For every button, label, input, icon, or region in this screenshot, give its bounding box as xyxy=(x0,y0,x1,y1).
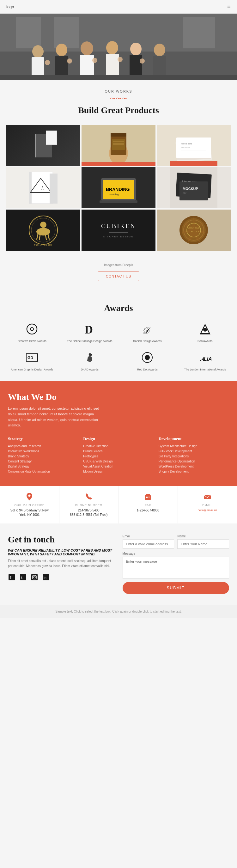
office-label: OUR MAIN OFFICE xyxy=(5,503,54,507)
design-item-6[interactable]: Motion Design xyxy=(83,470,154,473)
facebook-icon[interactable]: f xyxy=(8,574,15,581)
contact-card-email: EMAIL hello@email.us xyxy=(178,486,237,523)
strategy-item-5[interactable]: Digital Strategy xyxy=(8,465,78,468)
dev-item-4[interactable]: Performance Optimization xyxy=(159,460,229,463)
services-grid: Strategy Analytics and Research Interact… xyxy=(8,436,229,475)
svg-text:POLO CLUB: POLO CLUB xyxy=(34,244,53,246)
phone-icon xyxy=(64,492,114,501)
branding-svg: BRANDING marketing xyxy=(81,167,156,208)
email-field-wrap: Email xyxy=(123,534,174,549)
svg-rect-22 xyxy=(0,75,237,80)
message-field-wrap: Message xyxy=(123,552,229,579)
award-creative-circle: Creative Circle Awards xyxy=(6,321,58,343)
svg-point-9 xyxy=(80,41,93,55)
message-label: Message xyxy=(123,552,229,555)
portfolio-item-coffee[interactable] xyxy=(81,125,156,166)
dev-item-3[interactable]: 3rd Party Integrations xyxy=(159,455,229,458)
gdusa-icon: GD xyxy=(26,350,38,365)
d4ad-icon xyxy=(83,350,96,365)
git-left: Get in touch WE CAN ENSURE RELIABILITY, … xyxy=(8,534,115,594)
svg-text:L: L xyxy=(41,185,44,191)
award-d4ad: D4AD Awards xyxy=(64,350,116,372)
svg-text:02//: 02// xyxy=(183,192,187,194)
portfolio-item-business-cards[interactable]: Name here Title Position xyxy=(157,125,231,166)
svg-point-20 xyxy=(117,57,123,62)
portfolio-item-wax-seal[interactable]: CRAFTED WITH CARE xyxy=(157,210,231,251)
portfolio-item-branding[interactable]: BRANDING marketing xyxy=(81,167,156,208)
design-item-3[interactable]: Prototypes xyxy=(83,455,154,458)
contact-btn-wrap: CONTACT US xyxy=(6,272,231,281)
get-in-touch-section: Get in touch WE CAN ENSURE RELIABILITY, … xyxy=(0,523,237,605)
design-item-4[interactable]: UI/UX & Web Design xyxy=(83,460,154,463)
svg-text:MOCKUP: MOCKUP xyxy=(183,187,198,191)
coffee-svg xyxy=(81,125,156,166)
design-item-2[interactable]: Brand Guides xyxy=(83,450,154,453)
whitebook-svg: L xyxy=(6,167,80,208)
submit-button[interactable]: SUBMIT xyxy=(123,582,229,594)
portfolio-item-mockup[interactable]: MOCKUP 02// MOCKUP 02// xyxy=(157,167,231,208)
design-item-1[interactable]: Creative Direction xyxy=(83,444,154,448)
strategy-item-4[interactable]: Content Strategy xyxy=(8,460,78,463)
svg-point-13 xyxy=(130,43,142,55)
contact-cards: OUR MAIN OFFICE SoHo 94 Broadway St NewY… xyxy=(0,486,237,523)
svg-point-82 xyxy=(203,328,207,332)
linkedin-icon[interactable]: in xyxy=(42,574,49,581)
menu-icon[interactable]: ≡ xyxy=(227,3,231,10)
svg-point-7 xyxy=(56,43,67,56)
instagram-icon[interactable] xyxy=(31,574,38,581)
email-value: hello@email.us xyxy=(183,508,233,513)
awards-title: Awards xyxy=(6,303,231,313)
portfolio-item-cubiken[interactable]: CUBIKEN KITCHEN DESIGN xyxy=(81,210,156,251)
portfolio-item-white-book[interactable]: L xyxy=(6,167,80,208)
svg-rect-94 xyxy=(148,498,149,498)
svg-point-77 xyxy=(30,328,33,331)
git-title: Get in touch xyxy=(8,534,115,545)
phone-label: PHONE NUMBER xyxy=(64,503,114,507)
service-col-strategy: Strategy Analytics and Research Interact… xyxy=(8,436,78,475)
contact-us-button[interactable]: CONTACT US xyxy=(98,272,139,281)
name-label: Name xyxy=(177,534,229,538)
svg-point-5 xyxy=(32,45,44,58)
dev-item-2[interactable]: Full-Stack Development xyxy=(159,450,229,453)
svg-rect-54 xyxy=(179,181,208,200)
logo: logo xyxy=(6,4,14,9)
svg-point-15 xyxy=(154,43,165,56)
portfolio-item-dark-notebook[interactable] xyxy=(6,125,80,166)
portfolio-item-horse-logo[interactable]: POLO CLUB xyxy=(6,210,80,251)
svg-rect-93 xyxy=(149,497,150,497)
office-value: SoHo 94 Broadway St NewYork, NY 1001 xyxy=(5,508,54,517)
lia-icon: 𝓐LIA xyxy=(199,350,211,365)
git-subtitle: WE CAN ENSURE RELIABILITY, LOW COST FARE… xyxy=(8,549,115,556)
contact-card-fax: FAX 1-214-567-8900 xyxy=(118,486,178,523)
email-input[interactable] xyxy=(123,539,174,549)
twitter-icon[interactable]: t xyxy=(19,574,27,581)
strategy-item-3[interactable]: Brand Strategy xyxy=(8,455,78,458)
strategy-item-6[interactable]: Conversion Rate Optimization xyxy=(8,470,78,473)
strategy-item-1[interactable]: Analytics and Research xyxy=(8,444,78,448)
strategy-heading: Strategy xyxy=(8,436,78,441)
svg-point-11 xyxy=(106,41,118,54)
freepik-credit: Images from Freepik xyxy=(6,263,231,267)
award-label: American Graphic Design Awards xyxy=(11,368,53,372)
name-input[interactable] xyxy=(177,539,229,549)
dev-item-1[interactable]: System Architecture Design xyxy=(159,444,229,448)
svg-text:D: D xyxy=(85,323,93,335)
svg-rect-49 xyxy=(100,200,137,203)
form-row-top: Email Name xyxy=(123,534,229,549)
design-item-5[interactable]: Visual Asset Creation xyxy=(83,465,154,468)
svg-rect-92 xyxy=(148,497,149,497)
dev-list: System Architecture Design Full-Stack De… xyxy=(159,444,229,473)
contact-card-phone: PHONE NUMBER 214-9876-5400888-012-8-4567… xyxy=(59,486,119,523)
awards-section: Awards Creative Circle Awards D The Deli… xyxy=(0,293,237,381)
what-link[interactable]: ut labore et xyxy=(54,412,72,416)
svg-point-86 xyxy=(145,355,150,360)
svg-text:GD: GD xyxy=(28,355,33,360)
message-input[interactable] xyxy=(123,557,229,579)
strategy-item-2[interactable]: Interactive Workshops xyxy=(8,450,78,453)
svg-rect-99 xyxy=(20,574,26,580)
dev-item-6[interactable]: Shopify Development xyxy=(159,470,229,473)
fax-value: 1-214-567-8900 xyxy=(123,508,173,513)
dev-item-5[interactable]: WordPress Development xyxy=(159,465,229,468)
award-pentawards: Pentawards xyxy=(179,321,231,343)
what-we-do-section: What We Do Lorem ipsum dolor sit amet, c… xyxy=(0,381,237,486)
